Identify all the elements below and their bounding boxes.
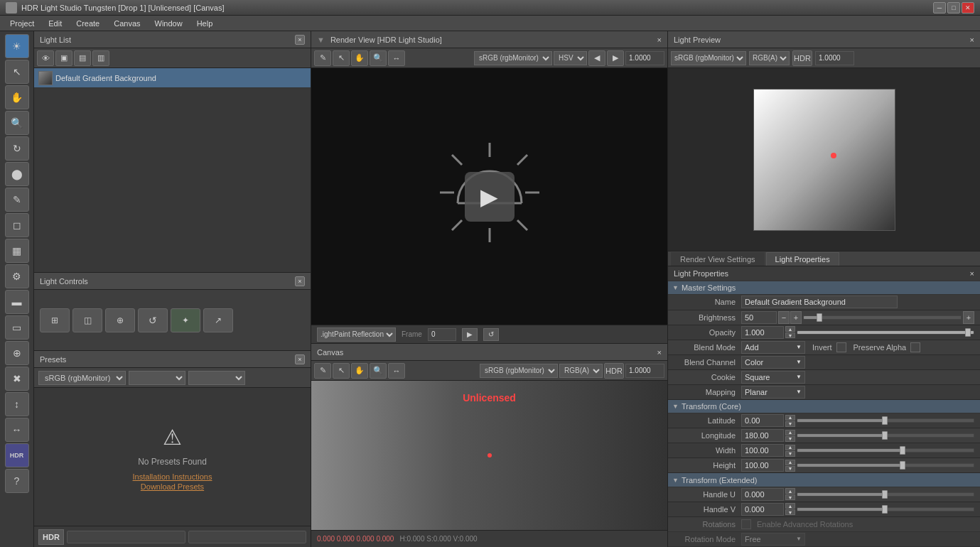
maximize-button[interactable]: □ [947,2,960,13]
play-button[interactable]: ▶ [465,172,515,222]
width-slider[interactable] [797,448,974,453]
tool-adjust[interactable]: ⚙ [5,264,29,288]
light-controls-close[interactable]: × [295,276,305,286]
rv-mode-select[interactable]: HSV [554,51,587,65]
canvas-value-input[interactable] [625,364,664,378]
longitude-up-btn[interactable]: ▲ [785,430,795,435]
rv-tool-1[interactable]: ✎ [314,50,331,66]
tool-paint[interactable]: ⬤ [5,162,29,186]
lp-value-input[interactable] [815,51,854,65]
ll-grid3-btn[interactable]: ▥ [92,50,109,66]
canvas-mode-select[interactable]: RGB(A) [559,364,603,378]
minimize-button[interactable]: ─ [933,2,946,13]
render-view-close[interactable]: × [657,36,662,44]
width-input[interactable] [741,444,784,457]
latitude-up-btn[interactable]: ▲ [785,415,795,421]
tool-arrow[interactable]: ↖ [5,60,29,84]
light-list-item[interactable]: Default Gradient Background [34,68,311,88]
rv-value-input[interactable] [625,51,664,65]
lc-btn-2[interactable]: ◫ [72,308,102,332]
tool-eraser[interactable]: ◻ [5,213,29,237]
lc-btn-6[interactable]: ↗ [203,308,233,332]
canvas-tool-1[interactable]: ✎ [314,363,331,379]
rotation-mode-dropdown[interactable]: Free ▼ [741,533,805,546]
rv-footer-select[interactable]: .ightPaint Reflection [317,327,396,342]
height-slider[interactable] [797,463,974,467]
close-button[interactable]: ✕ [962,2,974,13]
longitude-slider[interactable] [797,433,974,438]
longitude-input[interactable] [741,429,784,442]
light-preview-close[interactable]: × [970,36,974,44]
rv-prev-btn[interactable]: ◀ [588,50,605,66]
cookie-dropdown[interactable]: Square ▼ [741,371,805,384]
width-down-btn[interactable]: ▼ [785,451,795,457]
lp-mode-select[interactable]: RGB(A) [749,51,790,65]
canvas-colorspace-select[interactable]: sRGB (rgbMonitor) [480,364,558,378]
handle-u-down-btn[interactable]: ▼ [785,494,795,500]
height-up-btn[interactable]: ▲ [785,460,795,465]
light-list-close[interactable]: × [295,35,305,45]
opacity-input[interactable] [741,326,784,339]
opacity-up-btn[interactable]: ▲ [785,326,795,332]
tool-select[interactable]: ☀ [5,34,29,58]
blend-mode-dropdown[interactable]: Add ▼ [741,341,805,354]
latitude-down-btn[interactable]: ▼ [785,421,795,427]
rv-next-btn[interactable]: ▶ [607,50,624,66]
canvas-hdr-btn[interactable]: HDR [604,363,624,379]
preserve-alpha-checkbox[interactable] [910,342,920,352]
handle-v-input[interactable] [741,503,784,516]
latitude-input[interactable] [741,414,784,427]
canvas-tool-2[interactable]: ↖ [333,363,350,379]
ll-grid2-btn[interactable]: ▤ [74,50,91,66]
opacity-down-btn[interactable]: ▼ [785,332,795,338]
handle-u-input[interactable] [741,488,784,501]
tool-hdr[interactable]: HDR [5,443,29,467]
brightness-add-btn[interactable]: + [790,311,802,324]
rv-tool-5[interactable]: ↔ [388,50,405,66]
canvas-tool-3[interactable]: ✋ [351,363,368,379]
tool-extra[interactable]: ▭ [5,315,29,340]
width-up-btn[interactable]: ▲ [785,445,795,450]
handle-v-up-btn[interactable]: ▲ [785,503,795,509]
mapping-dropdown[interactable]: Planar ▼ [741,386,805,399]
latitude-slider[interactable] [797,418,974,423]
tool-misc2[interactable]: ✖ [5,367,29,391]
menu-window[interactable]: Window [148,18,190,29]
menu-edit[interactable]: Edit [41,18,69,29]
footer-refresh-btn[interactable]: ↺ [483,328,499,341]
blend-channel-dropdown[interactable]: Color ▼ [741,356,805,369]
rotations-checkbox[interactable] [741,519,751,529]
frame-input[interactable] [428,328,456,341]
presets-close[interactable]: × [295,354,305,364]
ll-eye-btn[interactable]: 👁 [37,50,54,66]
menu-help[interactable]: Help [190,18,220,29]
tool-help[interactable]: ? [5,469,29,493]
tool-misc4[interactable]: ↔ [5,418,29,442]
props-close[interactable]: × [970,269,974,278]
tool-gradient[interactable]: ▦ [5,239,29,263]
tool-pan[interactable]: ✋ [5,85,29,109]
lp-hdr-btn[interactable]: HDR [792,50,812,66]
handle-v-slider[interactable] [797,507,974,511]
tab-light-properties[interactable]: Light Properties [766,252,839,266]
tool-brush[interactable]: ✎ [5,188,29,212]
handle-u-slider[interactable] [797,492,974,497]
ll-grid1-btn[interactable]: ▣ [55,50,72,66]
lc-btn-1[interactable]: ⊞ [40,308,70,332]
height-down-btn[interactable]: ▼ [785,466,795,472]
brightness-sub-btn[interactable]: − [778,311,790,324]
menu-project[interactable]: Project [3,18,41,29]
presets-dropdown1[interactable] [129,371,185,385]
handle-u-up-btn[interactable]: ▲ [785,488,795,494]
installation-link[interactable]: Installation Instructions [133,472,212,481]
lc-btn-3[interactable]: ⊕ [105,308,135,332]
footer-play-btn[interactable]: ▶ [462,328,478,341]
canvas-tool-4[interactable]: 🔍 [370,363,387,379]
tool-rotate[interactable]: ↻ [5,136,29,161]
tool-zoom[interactable]: 🔍 [5,111,29,135]
canvas-close[interactable]: × [657,348,662,357]
rv-tool-3[interactable]: ✋ [351,50,368,66]
tool-misc3[interactable]: ↕ [5,392,29,416]
handle-v-down-btn[interactable]: ▼ [785,509,795,515]
rv-colorspace-select[interactable]: sRGB (rgbMonitor) [474,51,552,65]
